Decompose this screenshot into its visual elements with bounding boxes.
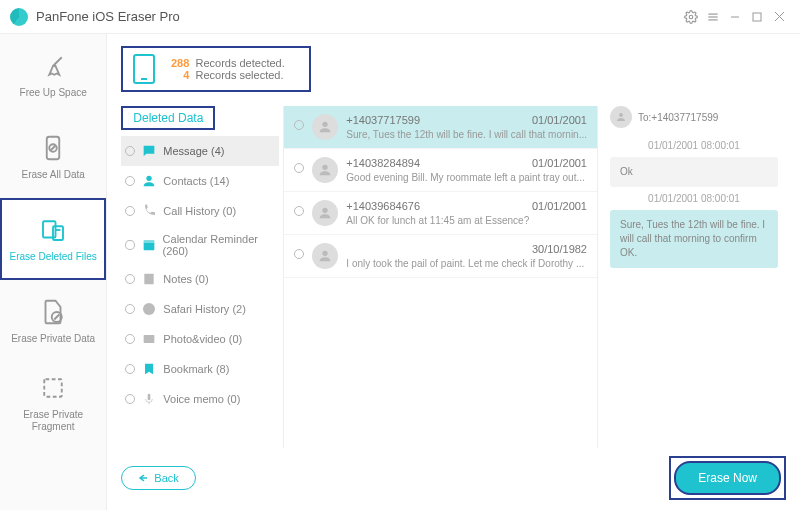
sidebar-label: Erase Deleted Files xyxy=(10,251,97,263)
notes-icon xyxy=(141,271,157,287)
cat-label: Photo&video (0) xyxy=(163,333,242,345)
svg-rect-16 xyxy=(44,379,62,397)
sidebar-item-erase-private-fragment[interactable]: Erase Private Fragment xyxy=(0,362,106,444)
radio-icon xyxy=(125,146,135,156)
svg-line-15 xyxy=(54,315,59,320)
svg-line-10 xyxy=(51,146,56,151)
radio-icon[interactable] xyxy=(294,163,304,173)
msg-date: 01/01/2001 xyxy=(532,114,587,126)
svg-point-26 xyxy=(323,208,328,213)
msg-timestamp: 01/01/2001 08:00:01 xyxy=(610,193,778,204)
conversation-preview: To:+14037717599 01/01/2001 08:00:01 Ok 0… xyxy=(602,106,786,448)
categories-header: Deleted Data xyxy=(121,106,215,130)
message-row[interactable]: +1403968467601/01/2001All OK for lunch a… xyxy=(284,192,597,235)
msg-date: 01/01/2001 xyxy=(532,200,587,212)
msg-date: 01/01/2001 xyxy=(532,157,587,169)
arrow-left-icon xyxy=(138,473,148,483)
chat-bubble: Ok xyxy=(610,157,778,187)
file-x-icon xyxy=(38,297,68,327)
cat-label: Call History (0) xyxy=(163,205,236,217)
conversation-to: To:+14037717599 xyxy=(638,112,718,123)
back-label: Back xyxy=(154,472,178,484)
message-icon xyxy=(141,143,157,159)
message-row[interactable]: +1403828489401/01/2001Good evening Bill.… xyxy=(284,149,597,192)
avatar-icon xyxy=(312,200,338,226)
calendar-icon xyxy=(141,237,157,253)
selected-label: Records selected. xyxy=(195,69,283,81)
avatar-icon xyxy=(610,106,632,128)
svg-point-0 xyxy=(689,15,693,19)
radio-icon xyxy=(125,176,135,186)
sidebar-label: Erase All Data xyxy=(21,169,84,181)
erase-label: Erase Now xyxy=(698,471,757,485)
svg-point-17 xyxy=(147,176,152,181)
radio-icon[interactable] xyxy=(294,206,304,216)
cat-label: Message (4) xyxy=(163,145,224,157)
chat-bubble: Sure, Tues the 12th will be fine. I will… xyxy=(610,210,778,268)
msg-timestamp: 01/01/2001 08:00:01 xyxy=(610,140,778,151)
sidebar-item-erase-deleted-files[interactable]: Erase Deleted Files xyxy=(0,198,106,280)
titlebar: PanFone iOS Eraser Pro xyxy=(0,0,800,34)
cat-message[interactable]: Message (4) xyxy=(121,136,279,166)
radio-icon[interactable] xyxy=(294,120,304,130)
cat-label: Contacts (14) xyxy=(163,175,229,187)
avatar-icon xyxy=(312,243,338,269)
menu-icon[interactable] xyxy=(702,6,724,28)
cat-label: Notes (0) xyxy=(163,273,208,285)
cat-notes[interactable]: Notes (0) xyxy=(121,264,279,294)
cat-safari-history[interactable]: Safari History (2) xyxy=(121,294,279,324)
cat-contacts[interactable]: Contacts (14) xyxy=(121,166,279,196)
close-icon[interactable] xyxy=(768,6,790,28)
detected-label: Records detected. xyxy=(195,57,284,69)
bookmark-icon xyxy=(141,361,157,377)
msg-from: +14038284894 xyxy=(346,157,420,169)
cat-call-history[interactable]: Call History (0) xyxy=(121,196,279,226)
avatar-icon xyxy=(312,114,338,140)
sidebar-label: Erase Private Data xyxy=(11,333,95,345)
settings-icon[interactable] xyxy=(680,6,702,28)
svg-rect-22 xyxy=(144,335,155,343)
sidebar-label: Erase Private Fragment xyxy=(2,409,104,433)
erase-now-button[interactable]: Erase Now xyxy=(674,461,781,495)
sidebar: Free Up Space Erase All Data Erase Delet… xyxy=(0,34,107,510)
message-row[interactable]: +1403771759901/01/2001Sure, Tues the 12t… xyxy=(284,106,597,149)
message-row[interactable]: 30/10/1982I only took the pail of paint.… xyxy=(284,235,597,278)
svg-point-28 xyxy=(619,113,623,117)
sidebar-item-erase-all-data[interactable]: Erase All Data xyxy=(0,116,106,198)
app-title: PanFone iOS Eraser Pro xyxy=(36,9,680,24)
msg-preview: All OK for lunch at 11:45 am at Essence? xyxy=(346,215,587,226)
svg-point-21 xyxy=(143,303,155,315)
back-button[interactable]: Back xyxy=(121,466,195,490)
cat-label: Voice memo (0) xyxy=(163,393,240,405)
contacts-icon xyxy=(141,173,157,189)
sidebar-item-erase-private-data[interactable]: Erase Private Data xyxy=(0,280,106,362)
maximize-icon[interactable] xyxy=(746,6,768,28)
records-stats: 288 Records detected. 4 Records selected… xyxy=(121,46,311,92)
msg-from: +14037717599 xyxy=(346,114,420,126)
radio-icon xyxy=(125,364,135,374)
svg-point-27 xyxy=(323,251,328,256)
radio-icon xyxy=(125,240,134,250)
cat-bookmark[interactable]: Bookmark (8) xyxy=(121,354,279,384)
cat-photo-video[interactable]: Photo&video (0) xyxy=(121,324,279,354)
sidebar-label: Free Up Space xyxy=(20,87,87,99)
svg-rect-19 xyxy=(143,240,154,243)
phone-icon xyxy=(141,203,157,219)
mic-icon xyxy=(141,391,157,407)
msg-preview: Sure, Tues the 12th will be fine. I will… xyxy=(346,129,587,140)
svg-rect-5 xyxy=(753,13,761,21)
cat-calendar[interactable]: Calendar Reminder (260) xyxy=(121,226,279,264)
cat-label: Calendar Reminder (260) xyxy=(163,233,276,257)
categories-panel: Deleted Data Message (4) Contacts (14) C… xyxy=(121,106,279,448)
minimize-icon[interactable] xyxy=(724,6,746,28)
svg-rect-23 xyxy=(148,394,151,401)
cat-voice-memo[interactable]: Voice memo (0) xyxy=(121,384,279,414)
footer: Back Erase Now xyxy=(121,448,786,500)
photo-icon xyxy=(141,331,157,347)
radio-icon xyxy=(125,334,135,344)
broom-icon xyxy=(38,51,68,81)
radio-icon xyxy=(125,274,135,284)
sidebar-item-free-up-space[interactable]: Free Up Space xyxy=(0,34,106,116)
radio-icon xyxy=(125,304,135,314)
radio-icon[interactable] xyxy=(294,249,304,259)
